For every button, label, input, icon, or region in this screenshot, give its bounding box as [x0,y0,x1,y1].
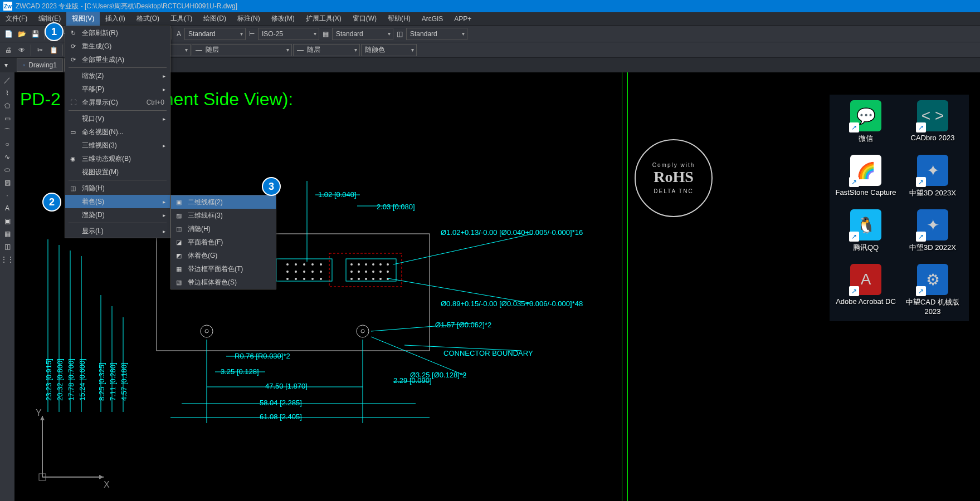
point-icon[interactable]: · [2,190,13,201]
ellipse-icon[interactable]: ⬭ [2,164,13,175]
print-icon[interactable]: 🖨 [2,44,14,56]
menu-item-7[interactable]: 标注(N) [232,12,266,26]
shade-menu-item[interactable]: ◩体着色(G) [171,249,276,262]
arc-icon[interactable]: ⌒ [2,126,13,137]
cut-icon[interactable]: ✂ [34,44,46,56]
ucs-x-label: X [104,480,110,490]
shade-menu-item[interactable]: ◪平面着色(F) [171,235,276,249]
spline-icon[interactable]: ∿ [2,151,13,163]
tab-dropdown-icon[interactable]: ▾ [4,61,8,69]
menu-item-3[interactable]: 插入(I) [100,12,130,26]
step-badge-1: 1 [45,22,64,41]
menu-item-10[interactable]: 窗口(W) [347,12,382,26]
view-menu-item[interactable]: 视图设置(M) [65,165,170,179]
view-menu-item[interactable]: 着色(S)▸ [65,195,170,208]
view-menu-item[interactable]: 平移(P)▸ [65,82,170,96]
save-icon[interactable]: 💾 [29,28,41,40]
menu-item-11[interactable]: 帮助(H) [382,12,416,26]
shade-menu-item[interactable]: ▦带边框平面着色(T) [171,262,276,276]
menu-item-8[interactable]: 修改(M) [266,12,300,26]
menu-label: 平移(P) [82,85,104,94]
desktop-shortcut[interactable]: ✦↗中望3D 2022X [902,209,963,253]
copy-icon[interactable]: 📋 [47,44,60,56]
desktop-shortcut[interactable]: 🌈↗FastStone Capture [835,155,896,198]
rect-icon[interactable]: ▭ [2,113,13,124]
menu-label: 着色(S) [82,197,104,207]
text-icon[interactable]: A [2,203,13,214]
desktop-shortcut[interactable]: 🐧↗腾讯QQ [835,209,896,253]
shortcut-label: 中望CAD 机械版 2023 [902,297,963,316]
shortcut-arrow-icon: ↗ [849,286,859,296]
shade-menu-item[interactable]: ▧带边框体着色(S) [171,276,276,289]
shortcut-label: FastStone Capture [835,188,896,197]
shortcut-arrow-icon: ↗ [916,177,926,187]
submenu-arrow-icon: ▸ [163,73,165,79]
dim-text: 8.25 [0.325] [97,362,106,401]
view-menu-item[interactable]: ▭命名视图(N)... [65,125,170,139]
shade-menu-item[interactable]: ◫消隐(H) [171,222,276,235]
new-icon[interactable]: 📄 [2,28,14,40]
mls-style-combo[interactable]: Standard [406,28,467,40]
block-icon[interactable]: ▣ [2,215,13,227]
view-menu-item[interactable]: 显示(L)▸ [65,224,170,238]
table-icon[interactable]: ▦ [2,228,13,239]
grid-icon[interactable]: ⋮⋮ [2,254,13,265]
menu-item-4[interactable]: 格式(O) [131,12,165,26]
shortcut-arrow-icon: ↗ [916,122,926,132]
menu-item-2[interactable]: 视图(V) [66,12,100,26]
circle-icon[interactable]: ○ [2,139,13,150]
menu-item-12[interactable]: ArcGIS [416,13,449,25]
region-icon[interactable]: ◫ [2,241,13,252]
shortcut-label: 中望3D 2023X [909,188,956,198]
desktop-shortcut[interactable]: 💬↗微信 [835,100,896,144]
view-menu-item[interactable]: ↻全部刷新(R) [65,26,170,40]
view-menu-item[interactable]: 三维视图(3)▸ [65,139,170,152]
desktop-shortcut[interactable]: ✦↗中望3D 2023X [902,155,963,198]
pline-icon[interactable]: ⌇ [2,87,13,99]
shortcut-label: Adobe Acrobat DC [836,297,896,306]
desktop-shortcut[interactable]: < >↗CADbro 2023 [902,100,963,144]
ltype-combo[interactable]: —随层 [293,44,360,56]
preview-icon[interactable]: 👁 [16,44,28,56]
layer-combo[interactable]: —随层 [192,44,292,56]
table-style-combo[interactable]: Standard [332,28,393,40]
menu-item-0[interactable]: 文件(F) [0,12,33,26]
dim-style-combo[interactable]: ISO-25 [258,28,319,40]
svg-marker-65 [99,475,104,479]
svg-point-26 [372,263,374,266]
view-menu-item[interactable]: ⟳全部重生成(A) [65,53,170,66]
polygon-icon[interactable]: ⬠ [2,100,13,111]
svg-point-29 [350,271,353,273]
shade-menu-item[interactable]: ▨三维线框(3) [171,209,276,222]
menu-label: 全屏显示(C) [82,98,118,107]
app-icon: ⚙↗ [917,264,948,295]
tab-drawing1[interactable]: ▫ Drawing1 [17,58,63,72]
rohs-top-text: Comply with [652,162,695,168]
svg-rect-3 [346,259,396,281]
view-menu-item[interactable]: 视口(V)▸ [65,112,170,125]
line-icon[interactable]: ／ [2,75,13,86]
menu-label: 重生成(G) [82,42,111,51]
view-menu-item[interactable]: 渲染(D)▸ [65,208,170,222]
view-menu-item[interactable]: ◫消隐(H) [65,181,170,195]
view-menu-item[interactable]: ⟳重生成(G) [65,40,170,53]
hatch-icon[interactable]: ▨ [2,177,13,188]
menu-item-13[interactable]: APP+ [448,13,477,25]
open-icon[interactable]: 📂 [16,28,28,40]
view-menu-item[interactable]: ⛶全屏显示(C)Ctrl+0 [65,96,170,109]
view-menu-item[interactable]: 缩放(Z)▸ [65,69,170,82]
desktop-shortcut[interactable]: ⚙↗中望CAD 机械版 2023 [902,264,963,316]
text-style-combo[interactable]: Standard [184,28,246,40]
color-combo[interactable]: 随颜色 [361,44,417,56]
app-icon: 🌈↗ [850,155,881,186]
view-menu-item[interactable]: ◉三维动态观察(B) [65,152,170,165]
svg-point-18 [286,278,289,280]
desktop-shortcut[interactable]: A↗Adobe Acrobat DC [835,264,896,316]
menu-icon: ⛶ [69,99,77,106]
menu-item-9[interactable]: 扩展工具(X) [300,12,347,26]
svg-point-28 [387,263,389,266]
menu-item-6[interactable]: 绘图(D) [198,12,232,26]
menu-label: 缩放(Z) [82,71,104,81]
menu-item-5[interactable]: 工具(T) [165,12,198,26]
shade-menu-item[interactable]: ▣二维线框(2) [171,195,276,209]
